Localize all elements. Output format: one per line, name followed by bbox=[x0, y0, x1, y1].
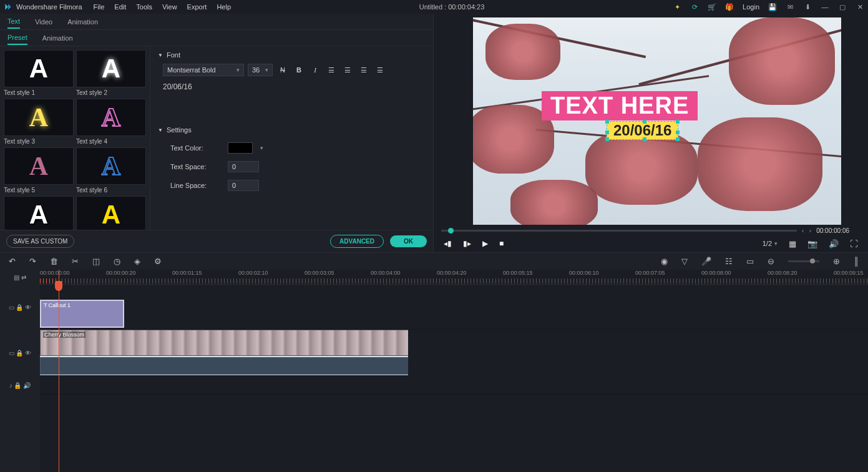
tab-preset[interactable]: Preset bbox=[7, 31, 27, 45]
text-clip-icon: T bbox=[44, 302, 47, 308]
voiceover-icon[interactable]: 🎤 bbox=[701, 257, 711, 266]
font-size-select[interactable]: 36▾ bbox=[248, 64, 273, 76]
menu-view[interactable]: View bbox=[162, 3, 177, 11]
chevron-down-icon[interactable]: ▾ bbox=[260, 145, 263, 151]
crop-icon[interactable]: ◫ bbox=[92, 257, 100, 266]
video-clip[interactable]: Cherry Blossom bbox=[40, 330, 408, 356]
zoom-fit-icon[interactable]: ║ bbox=[854, 257, 859, 266]
video-preview[interactable]: TEXT HERE 20/06/16 bbox=[473, 17, 841, 225]
volume-icon[interactable]: 🔊 bbox=[829, 239, 839, 248]
mail-icon[interactable]: ✉ bbox=[786, 2, 794, 11]
preset-item[interactable]: AText style 3 bbox=[4, 99, 74, 145]
audio-track-head[interactable]: ♪ 🔒 🔊 bbox=[0, 376, 40, 395]
strikethrough-button[interactable]: N bbox=[276, 64, 289, 76]
tab-video[interactable]: Video bbox=[35, 16, 52, 28]
redo-icon[interactable]: ↷ bbox=[29, 257, 36, 266]
marker-icon[interactable]: ▽ bbox=[681, 257, 688, 266]
tab-text[interactable]: Text bbox=[7, 15, 20, 29]
next-marker-icon[interactable]: › bbox=[809, 227, 812, 234]
seek-head[interactable] bbox=[448, 228, 454, 234]
tips-icon[interactable]: ✦ bbox=[673, 2, 681, 11]
play-button[interactable]: ▶ bbox=[482, 239, 488, 248]
zoom-out-icon[interactable]: ⊖ bbox=[768, 257, 774, 266]
mixer-icon[interactable]: ☷ bbox=[725, 257, 733, 266]
download-icon[interactable]: ⬇ bbox=[803, 2, 812, 11]
playhead[interactable] bbox=[59, 270, 59, 472]
timeline-options[interactable]: ▤ ⇄ bbox=[0, 270, 40, 285]
italic-button[interactable]: I bbox=[309, 64, 321, 76]
snapshot-icon[interactable]: 📷 bbox=[807, 239, 817, 248]
tab-animation[interactable]: Animation bbox=[67, 16, 98, 28]
align-center-button[interactable]: ☰ bbox=[341, 64, 354, 76]
preset-item[interactable]: AText style 1 bbox=[4, 50, 74, 96]
preset-item[interactable]: A bbox=[76, 196, 146, 230]
text-clip[interactable]: TCallout 1 bbox=[40, 300, 124, 328]
preview-text-overlay-1[interactable]: TEXT HERE bbox=[542, 91, 698, 120]
fullscreen-icon[interactable]: ⛶ bbox=[850, 239, 858, 248]
align-left-button[interactable]: ☰ bbox=[325, 64, 338, 76]
menu-export[interactable]: Export bbox=[187, 3, 207, 11]
video-track[interactable]: Cherry Blossom bbox=[40, 330, 408, 376]
settings-section-header[interactable]: Settings bbox=[158, 126, 426, 134]
menu-edit[interactable]: Edit bbox=[114, 3, 126, 11]
preset-item[interactable]: AText style 4 bbox=[76, 99, 146, 145]
split-icon[interactable]: ✂ bbox=[72, 257, 79, 266]
audio-clip[interactable] bbox=[40, 357, 408, 375]
refresh-icon[interactable]: ⟳ bbox=[690, 2, 699, 11]
advanced-button[interactable]: ADVANCED bbox=[330, 235, 384, 248]
text-track-head[interactable]: ▭ 🔒 👁 bbox=[0, 285, 40, 330]
align-right-button[interactable]: ☰ bbox=[358, 64, 370, 76]
video-track-head[interactable]: ▭ 🔒 👁 bbox=[0, 330, 40, 376]
prev-frame-button[interactable]: ◂▮ bbox=[444, 239, 452, 248]
timeline-ruler[interactable]: 00:00:00:0000:00:00:2000:00:01:1500:00:0… bbox=[40, 270, 868, 285]
ruler-tick: 00:00:05:15 bbox=[503, 270, 533, 276]
minimize-icon[interactable]: — bbox=[821, 2, 829, 11]
align-justify-button[interactable]: ☰ bbox=[374, 64, 386, 76]
music-track[interactable] bbox=[40, 376, 868, 395]
text-content-field[interactable]: 20/06/16 bbox=[158, 82, 426, 91]
login-button[interactable]: Login bbox=[743, 3, 759, 11]
undo-icon[interactable]: ↶ bbox=[9, 257, 16, 266]
speed-icon[interactable]: ◷ bbox=[114, 257, 120, 266]
tab-animation2[interactable]: Animation bbox=[42, 32, 73, 44]
delete-icon[interactable]: 🗑 bbox=[50, 257, 58, 266]
cart-icon[interactable]: 🛒 bbox=[708, 2, 716, 11]
quality-icon[interactable]: ▦ bbox=[789, 239, 796, 248]
preset-item[interactable]: A bbox=[4, 196, 74, 230]
prev-marker-icon[interactable]: ‹ bbox=[802, 227, 804, 234]
timeline-zoom-slider[interactable] bbox=[788, 260, 819, 262]
main-menu: File Edit Tools View Export Help bbox=[94, 3, 231, 11]
menu-help[interactable]: Help bbox=[217, 3, 231, 11]
save-icon[interactable]: 💾 bbox=[768, 2, 777, 11]
line-space-input[interactable]: 0 bbox=[228, 180, 259, 191]
thumbnail-icon[interactable]: ▭ bbox=[746, 257, 754, 266]
menu-tools[interactable]: Tools bbox=[136, 3, 152, 11]
preview-zoom-select[interactable]: 1/2 ▾ bbox=[763, 240, 778, 247]
color-icon[interactable]: ◈ bbox=[134, 257, 140, 266]
font-family-select[interactable]: Montserrat Bold▾ bbox=[163, 64, 244, 76]
ruler-tick: 00:00:08:00 bbox=[701, 270, 731, 276]
text-track[interactable]: TCallout 1 bbox=[40, 285, 868, 330]
close-icon[interactable]: ✕ bbox=[856, 2, 864, 11]
menu-file[interactable]: File bbox=[94, 3, 105, 11]
preset-item[interactable]: AText style 5 bbox=[4, 147, 74, 194]
maximize-icon[interactable]: ▢ bbox=[838, 2, 847, 11]
text-space-input[interactable]: 0 bbox=[228, 161, 259, 172]
gift-icon[interactable]: 🎁 bbox=[725, 2, 734, 11]
text-color-swatch[interactable] bbox=[228, 142, 253, 154]
ok-button[interactable]: OK bbox=[390, 235, 427, 247]
preset-item[interactable]: AText style 6 bbox=[76, 147, 146, 194]
zoom-in-icon[interactable]: ⊕ bbox=[833, 257, 840, 266]
render-icon[interactable]: ◉ bbox=[661, 257, 668, 266]
preview-text-overlay-2[interactable]: 20/06/16 bbox=[607, 121, 678, 140]
ruler-tick: 00:00:09:15 bbox=[834, 270, 864, 276]
bold-button[interactable]: B bbox=[293, 64, 305, 76]
next-frame-button[interactable]: ▮▸ bbox=[463, 239, 471, 248]
save-as-custom-button[interactable]: SAVE AS CUSTOM bbox=[6, 235, 74, 248]
titlebar: Wondershare Filmora File Edit Tools View… bbox=[0, 0, 868, 14]
preset-item[interactable]: AText style 2 bbox=[76, 50, 146, 96]
stop-button[interactable]: ■ bbox=[499, 239, 504, 248]
adjust-icon[interactable]: ⚙ bbox=[154, 257, 162, 266]
seek-track[interactable] bbox=[441, 230, 797, 232]
font-section-header[interactable]: Font bbox=[158, 51, 426, 59]
